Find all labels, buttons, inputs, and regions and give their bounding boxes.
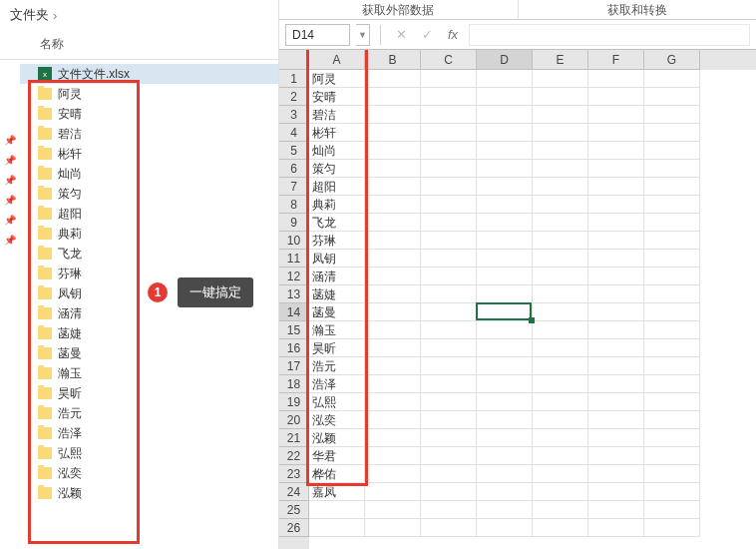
cell-F18[interactable] xyxy=(588,375,644,393)
row-header-25[interactable]: 25 xyxy=(279,501,309,519)
folder-row[interactable]: 弘熙 xyxy=(20,443,278,463)
cell-A24[interactable]: 嘉凤 xyxy=(309,483,365,501)
folder-row[interactable]: 阿灵 xyxy=(20,84,278,104)
folder-row[interactable]: 昊昕 xyxy=(20,383,278,403)
cell-A9[interactable]: 飞龙 xyxy=(309,214,365,232)
cell-E12[interactable] xyxy=(533,268,588,285)
cell-C5[interactable] xyxy=(421,142,477,160)
cell-D4[interactable] xyxy=(477,124,533,142)
folder-row[interactable]: 典莉 xyxy=(20,224,278,244)
cell-G11[interactable] xyxy=(644,250,700,268)
cell-B23[interactable] xyxy=(365,465,421,483)
cell-A1[interactable]: 阿灵 xyxy=(309,70,365,88)
cell-C17[interactable] xyxy=(421,357,477,375)
cell-C11[interactable] xyxy=(421,250,477,268)
cell-D25[interactable] xyxy=(477,501,533,519)
cell-D7[interactable] xyxy=(477,178,533,196)
cell-D17[interactable] xyxy=(477,357,533,375)
folder-row[interactable]: 菡曼 xyxy=(20,343,278,363)
cell-C15[interactable] xyxy=(421,321,477,339)
cell-F14[interactable] xyxy=(588,303,644,321)
row-header-12[interactable]: 12 xyxy=(279,268,309,285)
cell-D18[interactable] xyxy=(477,375,533,393)
cell-B9[interactable] xyxy=(365,214,421,232)
cell-C16[interactable] xyxy=(421,339,477,357)
folder-row[interactable]: 灿尚 xyxy=(20,164,278,184)
cell-F13[interactable] xyxy=(588,285,644,303)
cell-F25[interactable] xyxy=(588,501,644,519)
cell-D20[interactable] xyxy=(477,411,533,429)
cell-E15[interactable] xyxy=(533,321,588,339)
cell-A7[interactable]: 超阳 xyxy=(309,178,365,196)
column-header-F[interactable]: F xyxy=(588,50,644,70)
cell-D10[interactable] xyxy=(477,232,533,250)
cell-A2[interactable]: 安晴 xyxy=(309,88,365,106)
row-header-18[interactable]: 18 xyxy=(279,375,309,393)
cell-C13[interactable] xyxy=(421,285,477,303)
row-header-21[interactable]: 21 xyxy=(279,429,309,447)
cell-B5[interactable] xyxy=(365,142,421,160)
cell-F11[interactable] xyxy=(588,250,644,268)
cell-E3[interactable] xyxy=(533,106,588,124)
cell-A8[interactable]: 典莉 xyxy=(309,196,365,214)
cell-B17[interactable] xyxy=(365,357,421,375)
cell-G25[interactable] xyxy=(644,501,700,519)
column-header-A[interactable]: A xyxy=(309,50,365,70)
cell-G16[interactable] xyxy=(644,339,700,357)
cell-D3[interactable] xyxy=(477,106,533,124)
cell-F8[interactable] xyxy=(588,196,644,214)
cell-G26[interactable] xyxy=(644,519,700,537)
cell-F16[interactable] xyxy=(588,339,644,357)
cell-G5[interactable] xyxy=(644,142,700,160)
cell-E24[interactable] xyxy=(533,483,588,501)
cell-F21[interactable] xyxy=(588,429,644,447)
cell-G3[interactable] xyxy=(644,106,700,124)
cell-F19[interactable] xyxy=(588,393,644,411)
folder-row[interactable]: 安晴 xyxy=(20,104,278,124)
cell-C10[interactable] xyxy=(421,232,477,250)
cell-E6[interactable] xyxy=(533,160,588,178)
cell-E2[interactable] xyxy=(533,88,588,106)
cell-G23[interactable] xyxy=(644,465,700,483)
row-header-10[interactable]: 10 xyxy=(279,232,309,250)
folder-row[interactable]: 彬轩 xyxy=(20,144,278,164)
cell-G13[interactable] xyxy=(644,285,700,303)
cell-F6[interactable] xyxy=(588,160,644,178)
row-header-3[interactable]: 3 xyxy=(279,106,309,124)
cell-B8[interactable] xyxy=(365,196,421,214)
column-header-D[interactable]: D xyxy=(477,50,533,70)
cell-D6[interactable] xyxy=(477,160,533,178)
cell-C6[interactable] xyxy=(421,160,477,178)
cell-B18[interactable] xyxy=(365,375,421,393)
cell-E4[interactable] xyxy=(533,124,588,142)
cell-A15[interactable]: 瀚玉 xyxy=(309,321,365,339)
cell-E1[interactable] xyxy=(533,70,588,88)
cell-B11[interactable] xyxy=(365,250,421,268)
cell-A13[interactable]: 菡婕 xyxy=(309,285,365,303)
cell-F2[interactable] xyxy=(588,88,644,106)
cell-C19[interactable] xyxy=(421,393,477,411)
folder-row[interactable]: 泓奕 xyxy=(20,463,278,483)
name-box[interactable]: D14 xyxy=(285,24,350,46)
cell-D1[interactable] xyxy=(477,70,533,88)
ribbon-group-external-data[interactable]: 获取外部数据 xyxy=(279,0,519,19)
cell-F1[interactable] xyxy=(588,70,644,88)
row-header-17[interactable]: 17 xyxy=(279,357,309,375)
cell-B21[interactable] xyxy=(365,429,421,447)
row-header-20[interactable]: 20 xyxy=(279,411,309,429)
cell-E21[interactable] xyxy=(533,429,588,447)
cell-A10[interactable]: 芬琳 xyxy=(309,232,365,250)
folder-row[interactable]: 浩元 xyxy=(20,403,278,423)
cell-A11[interactable]: 凤钥 xyxy=(309,250,365,268)
row-header-4[interactable]: 4 xyxy=(279,124,309,142)
cell-C8[interactable] xyxy=(421,196,477,214)
cell-G19[interactable] xyxy=(644,393,700,411)
cell-F10[interactable] xyxy=(588,232,644,250)
cell-G18[interactable] xyxy=(644,375,700,393)
cell-A6[interactable]: 策匀 xyxy=(309,160,365,178)
cell-C26[interactable] xyxy=(421,519,477,537)
cell-C12[interactable] xyxy=(421,268,477,285)
cell-G10[interactable] xyxy=(644,232,700,250)
column-header-C[interactable]: C xyxy=(421,50,477,70)
folder-row[interactable]: 菡婕 xyxy=(20,323,278,343)
